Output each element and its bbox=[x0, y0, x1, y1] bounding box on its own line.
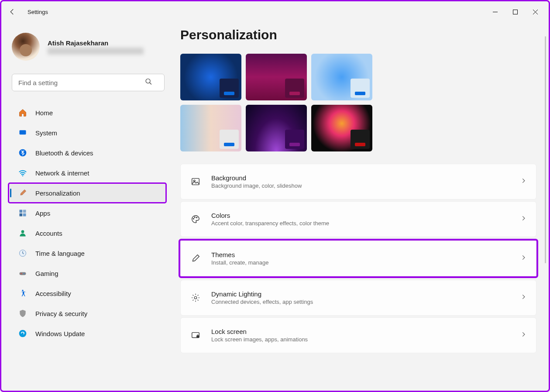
setting-colors[interactable]: ColorsAccent color, transparency effects… bbox=[180, 201, 536, 237]
theme-tile[interactable] bbox=[311, 105, 372, 151]
maximize-button[interactable] bbox=[505, 5, 525, 19]
svg-point-19 bbox=[19, 330, 27, 337]
setting-subtitle: Connected devices, effects, app settings bbox=[211, 299, 510, 305]
chevron-right-icon bbox=[520, 331, 526, 339]
setting-title: Dynamic Lighting bbox=[211, 290, 510, 298]
scrollbar-thumb[interactable] bbox=[545, 36, 546, 263]
nav-label: Personalization bbox=[35, 189, 80, 197]
nav-label: Time & language bbox=[35, 250, 85, 257]
setting-title: Themes bbox=[211, 251, 510, 258]
minimize-button[interactable] bbox=[485, 5, 505, 19]
setting-background[interactable]: BackgroundBackground image, color, slide… bbox=[180, 164, 536, 199]
theme-badge bbox=[220, 79, 239, 98]
theme-tile[interactable] bbox=[246, 105, 307, 151]
nav-label: Accounts bbox=[35, 230, 62, 237]
nav-apps[interactable]: Apps bbox=[12, 204, 165, 222]
svg-rect-12 bbox=[23, 213, 26, 217]
nav-list: Home System Bluetooth & devices Network … bbox=[12, 103, 165, 343]
nav-personalization[interactable]: Personalization bbox=[9, 184, 165, 202]
theme-badge bbox=[285, 79, 304, 98]
theme-preview-grid bbox=[180, 54, 536, 151]
setting-subtitle: Lock screen images, apps, animations bbox=[211, 336, 510, 343]
nav-update[interactable]: Windows Update bbox=[12, 324, 165, 343]
window-title: Settings bbox=[28, 9, 48, 15]
person-icon bbox=[18, 228, 28, 238]
setting-title: Lock screen bbox=[211, 328, 510, 335]
nav-label: Gaming bbox=[35, 270, 58, 277]
avatar bbox=[12, 33, 40, 61]
back-button[interactable] bbox=[5, 4, 20, 19]
sidebar: Atish Rajasekharan Home System Bluetooth… bbox=[1, 22, 176, 391]
profile-email bbox=[48, 48, 144, 55]
svg-point-16 bbox=[21, 273, 22, 275]
page-title: Personalization bbox=[180, 28, 536, 42]
setting-subtitle: Install, create, manage bbox=[211, 259, 510, 266]
nav-network[interactable]: Network & internet bbox=[12, 164, 165, 182]
svg-rect-20 bbox=[192, 179, 199, 185]
update-icon bbox=[18, 329, 28, 338]
svg-rect-9 bbox=[20, 210, 23, 213]
close-button[interactable] bbox=[525, 5, 545, 19]
theme-badge bbox=[351, 130, 370, 149]
accessibility-icon bbox=[18, 289, 28, 298]
chevron-right-icon bbox=[520, 294, 526, 302]
brush-icon bbox=[18, 188, 28, 198]
nav-label: System bbox=[35, 129, 57, 137]
theme-tile[interactable] bbox=[180, 105, 241, 151]
svg-point-22 bbox=[193, 218, 194, 219]
nav-label: Home bbox=[35, 109, 53, 117]
profile-section[interactable]: Atish Rajasekharan bbox=[12, 33, 165, 61]
scrollbar[interactable] bbox=[545, 36, 546, 281]
nav-bluetooth[interactable]: Bluetooth & devices bbox=[12, 144, 165, 162]
nav-accessibility[interactable]: Accessibility bbox=[12, 284, 165, 303]
dynamic-lighting-icon bbox=[190, 292, 201, 303]
titlebar: Settings bbox=[1, 1, 549, 22]
colors-icon bbox=[190, 214, 201, 224]
nav-accounts[interactable]: Accounts bbox=[12, 224, 165, 242]
setting-dynamic-lighting[interactable]: Dynamic LightingConnected devices, effec… bbox=[180, 280, 536, 316]
nav-label: Network & internet bbox=[35, 169, 89, 177]
chevron-right-icon bbox=[520, 178, 526, 186]
nav-privacy[interactable]: Privacy & security bbox=[12, 304, 165, 323]
nav-label: Windows Update bbox=[35, 330, 85, 337]
nav-gaming[interactable]: Gaming bbox=[12, 264, 165, 282]
nav-label: Apps bbox=[35, 210, 50, 217]
svg-point-25 bbox=[194, 296, 197, 299]
nav-home[interactable]: Home bbox=[12, 103, 165, 122]
nav-label: Accessibility bbox=[35, 290, 71, 297]
setting-title: Colors bbox=[211, 212, 510, 219]
svg-point-18 bbox=[22, 290, 23, 291]
setting-themes[interactable]: ThemesInstall, create, manage bbox=[180, 241, 536, 276]
svg-point-24 bbox=[196, 217, 197, 218]
svg-point-23 bbox=[194, 217, 195, 218]
svg-rect-6 bbox=[20, 130, 26, 134]
nav-time[interactable]: Time & language bbox=[12, 244, 165, 262]
svg-point-17 bbox=[24, 273, 25, 275]
theme-tile[interactable] bbox=[180, 54, 241, 100]
setting-title: Background bbox=[211, 174, 510, 182]
background-icon bbox=[190, 176, 201, 187]
close-icon bbox=[533, 10, 538, 14]
theme-badge bbox=[285, 130, 304, 149]
theme-tile[interactable] bbox=[246, 54, 307, 100]
bluetooth-icon bbox=[18, 148, 28, 158]
chevron-right-icon bbox=[520, 254, 526, 262]
svg-rect-10 bbox=[23, 210, 26, 213]
home-icon bbox=[18, 108, 28, 117]
nav-system[interactable]: System bbox=[12, 124, 165, 142]
apps-icon bbox=[18, 208, 28, 218]
setting-subtitle: Background image, color, slideshow bbox=[211, 182, 510, 189]
nav-label: Privacy & security bbox=[35, 310, 87, 317]
minimize-icon bbox=[493, 10, 498, 14]
search-input[interactable] bbox=[12, 74, 165, 91]
setting-lock-screen[interactable]: Lock screenLock screen images, apps, ani… bbox=[180, 317, 536, 353]
maximize-icon bbox=[513, 10, 518, 14]
nav-label: Bluetooth & devices bbox=[35, 149, 93, 157]
svg-rect-11 bbox=[20, 213, 23, 217]
theme-tile[interactable] bbox=[311, 54, 372, 100]
lock-screen-icon bbox=[190, 330, 201, 340]
theme-badge bbox=[220, 130, 239, 149]
svg-rect-27 bbox=[197, 336, 199, 337]
shield-icon bbox=[18, 309, 28, 318]
svg-rect-15 bbox=[20, 272, 26, 275]
